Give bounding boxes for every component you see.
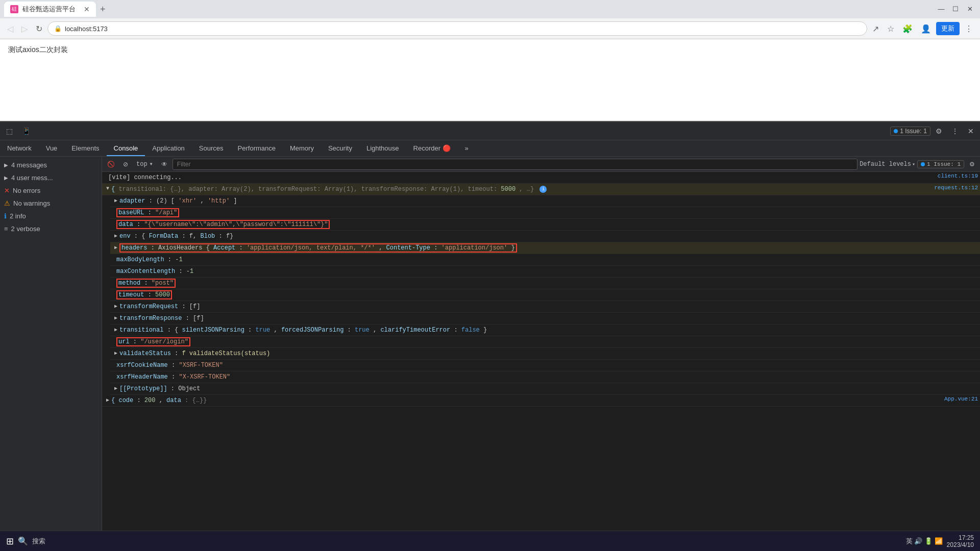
- tab-security[interactable]: Security: [321, 140, 359, 156]
- update-button[interactable]: 更新: [936, 22, 960, 35]
- obj-expand-arrow[interactable]: ▼: [106, 186, 109, 191]
- tab-close-button[interactable]: ✕: [84, 5, 90, 13]
- code-arrow[interactable]: ▶: [106, 397, 109, 403]
- sidebar-no-errors[interactable]: ✕ No errors: [0, 184, 102, 197]
- address-bar[interactable]: 🔒 localhost:5173: [47, 21, 867, 36]
- profile-button[interactable]: 👤: [918, 22, 934, 36]
- headers-accept-colon: :: [239, 244, 247, 252]
- minimize-button[interactable]: —: [935, 3, 947, 15]
- baseurl-colon: :: [148, 209, 155, 216]
- sidebar-user-messages[interactable]: ▶ 4 user mess...: [0, 171, 102, 184]
- back-button[interactable]: ◁: [4, 22, 16, 36]
- filter-input[interactable]: [173, 159, 857, 170]
- sidebar-verbose[interactable]: ≡ 2 verbose: [0, 222, 102, 235]
- menu-button[interactable]: ⋮: [962, 22, 976, 36]
- sidebar-all-messages[interactable]: ▶ 4 messages: [0, 159, 102, 171]
- console-line-url: url : "/user/login": [110, 336, 980, 348]
- devtools-close-button[interactable]: ✕: [964, 125, 978, 137]
- tab-vue[interactable]: Vue: [39, 140, 65, 156]
- env-sep: : f,: [182, 233, 200, 240]
- adapter-key: adapter: [119, 197, 145, 205]
- new-tab-button[interactable]: +: [96, 4, 110, 15]
- code-brace: {: [111, 397, 115, 404]
- maxcontent-content: maxContentLength : -1: [116, 267, 978, 276]
- start-button[interactable]: ⊞: [6, 536, 14, 547]
- trans-arrow[interactable]: ▶: [114, 327, 117, 333]
- favicon: 硅: [10, 5, 18, 13]
- console-line-method: method : "post": [110, 278, 980, 289]
- url-text: localhost:5173: [65, 25, 108, 33]
- console-line-vite: [vite] connecting... client.ts:19: [102, 172, 980, 184]
- sidebar-info[interactable]: ℹ 2 info: [0, 210, 102, 222]
- trans-content: transitional : { silentJSONParsing : tru…: [119, 325, 978, 335]
- browser-tab[interactable]: 硅 硅谷甄选运营平台 ✕: [4, 2, 96, 17]
- xsrfh-colon: :: [172, 373, 179, 381]
- forward-button[interactable]: ▷: [18, 22, 31, 36]
- console-line-timeout: timeout : 5000: [110, 289, 980, 301]
- tab-recorder[interactable]: Recorder 🔴: [406, 140, 458, 156]
- console-panel[interactable]: 🚫 ⊘ top ▾ 👁 Default levels ▾ 1 Issue: 1 …: [102, 157, 980, 531]
- window-close-button[interactable]: ✕: [964, 3, 976, 15]
- vs-key: validateStatus: [119, 350, 171, 357]
- maximize-button[interactable]: ☐: [949, 3, 962, 15]
- code-source[interactable]: App.vue:21: [944, 396, 978, 402]
- proto-key: [[Prototype]]: [119, 385, 167, 392]
- context-selector[interactable]: top ▾: [133, 160, 156, 168]
- console-line-code: ▶ { code : 200 , data : {…}} App.vue:21: [102, 395, 980, 407]
- tab-sources[interactable]: Sources: [192, 140, 231, 156]
- proto-arrow[interactable]: ▶: [114, 385, 117, 391]
- tab-elements[interactable]: Elements: [64, 140, 106, 156]
- tab-performance[interactable]: Performance: [231, 140, 283, 156]
- headers-box: headers : AxiosHeaders { Accept : 'appli…: [119, 243, 517, 253]
- more-tools-button[interactable]: ⋮: [947, 125, 963, 137]
- vs-arrow[interactable]: ▶: [114, 350, 117, 356]
- trans-sep1: ,: [274, 327, 281, 334]
- extensions-button[interactable]: 🧩: [899, 22, 916, 36]
- adapter-arrow[interactable]: ▶: [114, 197, 117, 204]
- issues-badge-2[interactable]: 1 Issue: 1: [917, 160, 964, 168]
- tab-memory[interactable]: Memory: [283, 140, 321, 156]
- issues-badge[interactable]: 1 Issue: 1: [890, 127, 930, 136]
- tr-val: : [f]: [182, 303, 200, 310]
- clear-console-button[interactable]: 🚫: [104, 160, 118, 169]
- tab-network[interactable]: Network: [0, 140, 39, 156]
- timeout-content: timeout : 5000: [116, 290, 978, 299]
- inspect-element-button[interactable]: ⬚: [2, 125, 17, 137]
- mobile-emulation-button[interactable]: 📱: [18, 125, 35, 137]
- tab-more[interactable]: »: [458, 140, 476, 156]
- headers-arrow[interactable]: ▶: [114, 244, 117, 251]
- maxcontent-key: maxContentLength: [116, 268, 175, 275]
- window-controls: — ☐ ✕: [935, 3, 976, 15]
- all-messages-arrow[interactable]: ▶: [4, 162, 8, 168]
- vite-source[interactable]: client.ts:19: [938, 173, 978, 179]
- tresp-arrow[interactable]: ▶: [114, 315, 117, 321]
- method-colon: :: [144, 280, 151, 287]
- method-content: method : "post": [116, 279, 978, 288]
- tr-arrow[interactable]: ▶: [114, 303, 117, 309]
- env-colon: : {: [134, 233, 145, 240]
- tab-lighthouse[interactable]: Lighthouse: [359, 140, 406, 156]
- live-expression-button[interactable]: 👁: [158, 160, 170, 169]
- tab-application[interactable]: Application: [145, 140, 192, 156]
- headers-close: }: [511, 244, 514, 252]
- filter-button[interactable]: ⊘: [120, 160, 131, 169]
- console-settings-button[interactable]: ⚙: [966, 160, 978, 169]
- tr-content: transformRequest : [f]: [119, 302, 978, 311]
- env-arrow[interactable]: ▶: [114, 233, 117, 239]
- method-box: method : "post": [116, 279, 176, 288]
- tab-console[interactable]: Console: [107, 140, 145, 156]
- code-value: 200: [144, 397, 156, 404]
- obj-source[interactable]: request.ts:12: [934, 185, 978, 191]
- share-button[interactable]: ↗: [869, 22, 882, 36]
- timeout-key: timeout: [118, 291, 144, 298]
- reload-button[interactable]: ↻: [33, 22, 45, 36]
- tr-key: transformRequest: [119, 303, 178, 310]
- search-button[interactable]: 🔍: [18, 536, 28, 546]
- sidebar-no-warnings[interactable]: ⚠ No warnings: [0, 197, 102, 210]
- settings-button[interactable]: ⚙: [932, 125, 946, 137]
- proto-content: [[Prototype]] : Object: [119, 384, 978, 393]
- data-key: data: [118, 221, 133, 228]
- levels-arrow: ▾: [912, 161, 915, 167]
- levels-selector[interactable]: Default levels ▾: [860, 161, 915, 168]
- bookmark-button[interactable]: ☆: [884, 22, 897, 36]
